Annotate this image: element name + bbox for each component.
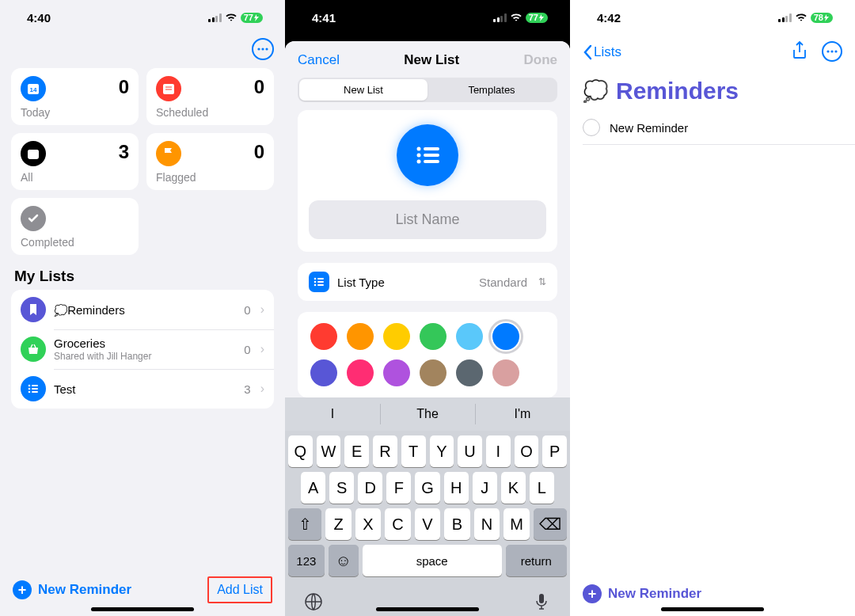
smart-card-today[interactable]: 14 0 Today: [11, 68, 139, 125]
key-P[interactable]: P: [542, 435, 567, 467]
smart-card-all[interactable]: 3 All: [11, 133, 139, 190]
share-button[interactable]: [792, 41, 808, 63]
key-Z[interactable]: Z: [325, 508, 352, 540]
space-key[interactable]: space: [363, 545, 502, 576]
wifi-icon: [225, 13, 238, 22]
delete-key[interactable]: ⌫: [534, 508, 567, 540]
back-button[interactable]: Lists: [583, 44, 621, 60]
color-swatch[interactable]: [383, 359, 410, 386]
reminder-row[interactable]: New Reminder: [583, 116, 855, 145]
color-swatch[interactable]: [383, 323, 410, 350]
key-I[interactable]: I: [486, 435, 511, 467]
key-Q[interactable]: Q: [288, 435, 313, 467]
color-swatch[interactable]: [492, 359, 519, 386]
color-swatch[interactable]: [492, 323, 519, 350]
add-list-button[interactable]: Add List: [207, 576, 272, 603]
key-L[interactable]: L: [530, 472, 554, 504]
svg-rect-15: [424, 147, 439, 150]
new-reminder-button[interactable]: + New Reminder: [13, 580, 131, 599]
numbers-key[interactable]: 123: [288, 545, 325, 576]
status-bar: 4:42 78: [570, 0, 855, 35]
key-S[interactable]: S: [329, 472, 354, 504]
list-name-input[interactable]: [309, 200, 546, 239]
more-options-button[interactable]: [252, 38, 274, 60]
status-indicators: 78: [778, 13, 833, 23]
key-G[interactable]: G: [415, 472, 439, 504]
more-options-button[interactable]: [822, 41, 842, 62]
suggestion[interactable]: The: [380, 397, 475, 431]
card-label: Today: [21, 106, 129, 119]
home-indicator[interactable]: [91, 607, 194, 611]
list-type-icon: [309, 272, 329, 292]
key-B[interactable]: B: [444, 508, 470, 540]
svg-point-1: [261, 48, 264, 50]
chevron-right-icon: ›: [260, 302, 264, 317]
smart-card-scheduled[interactable]: 0 Scheduled: [146, 68, 274, 125]
shift-key[interactable]: ⇧: [288, 508, 321, 540]
completion-circle[interactable]: [583, 119, 600, 136]
key-A[interactable]: A: [301, 472, 325, 504]
key-J[interactable]: J: [473, 472, 497, 504]
key-K[interactable]: K: [501, 472, 526, 504]
card-count: 3: [119, 141, 129, 163]
key-D[interactable]: D: [358, 472, 382, 504]
cancel-button[interactable]: Cancel: [298, 52, 340, 68]
segmented-control[interactable]: New ListTemplates: [298, 78, 557, 102]
list-icon-preview[interactable]: [397, 124, 458, 186]
color-swatch[interactable]: [420, 359, 446, 386]
smart-card-flagged[interactable]: 0 Flagged: [146, 133, 274, 190]
suggestion[interactable]: I'm: [475, 397, 570, 431]
scheduled-icon: [156, 76, 181, 101]
status-bar: 4:41 77: [285, 0, 570, 35]
color-picker: [298, 312, 557, 397]
segment-new-list[interactable]: New List: [299, 79, 428, 101]
color-swatch[interactable]: [347, 359, 374, 386]
key-N[interactable]: N: [474, 508, 500, 540]
svg-rect-21: [317, 278, 324, 279]
home-indicator[interactable]: [661, 607, 764, 611]
list-row[interactable]: 💭 Reminders 0 ›: [11, 290, 274, 329]
list-type-cell[interactable]: List Type Standard ⇅: [298, 263, 557, 301]
color-swatch[interactable]: [420, 323, 446, 350]
key-F[interactable]: F: [386, 472, 411, 504]
emoji-key[interactable]: ☺: [329, 545, 359, 576]
svg-rect-9: [32, 385, 38, 386]
home-indicator[interactable]: [376, 607, 479, 611]
list-row[interactable]: Test 3 ›: [11, 369, 274, 409]
color-swatch[interactable]: [310, 359, 337, 386]
plus-icon: +: [583, 584, 602, 603]
key-V[interactable]: V: [415, 508, 441, 540]
key-H[interactable]: H: [444, 472, 469, 504]
key-T[interactable]: T: [401, 435, 426, 467]
dictation-key[interactable]: [532, 592, 551, 614]
key-E[interactable]: E: [344, 435, 369, 467]
key-X[interactable]: X: [355, 508, 382, 540]
status-indicators: 77: [493, 13, 548, 23]
key-Y[interactable]: Y: [430, 435, 454, 467]
my-lists-group: 💭 Reminders 0 › GroceriesShared with Jil…: [11, 290, 274, 409]
color-swatch[interactable]: [310, 323, 337, 350]
segment-templates[interactable]: Templates: [428, 79, 556, 101]
list-row[interactable]: GroceriesShared with Jill Hanger 0 ›: [11, 329, 274, 369]
color-swatch[interactable]: [456, 323, 483, 350]
key-R[interactable]: R: [373, 435, 397, 467]
done-button[interactable]: Done: [523, 52, 557, 68]
svg-point-22: [314, 281, 317, 283]
globe-key[interactable]: [304, 592, 323, 614]
key-C[interactable]: C: [385, 508, 411, 540]
color-swatch[interactable]: [347, 323, 374, 350]
key-W[interactable]: W: [317, 435, 341, 467]
key-O[interactable]: O: [515, 435, 539, 467]
keyboard: ITheI'm QWERTYUIOP ASDFGHJKL ⇧ZXCVBNM⌫ 1…: [285, 397, 570, 616]
key-M[interactable]: M: [504, 508, 530, 540]
card-count: 0: [119, 76, 129, 98]
smart-card-completed[interactable]: Completed: [11, 198, 139, 255]
svg-point-0: [257, 48, 260, 50]
key-U[interactable]: U: [458, 435, 482, 467]
chevron-left-icon: [583, 44, 592, 60]
color-swatch[interactable]: [456, 359, 483, 386]
suggestion[interactable]: I: [285, 397, 380, 431]
new-reminder-button[interactable]: + New Reminder: [583, 584, 701, 603]
list-name: GroceriesShared with Jill Hanger: [54, 337, 236, 362]
return-key[interactable]: return: [506, 545, 567, 576]
